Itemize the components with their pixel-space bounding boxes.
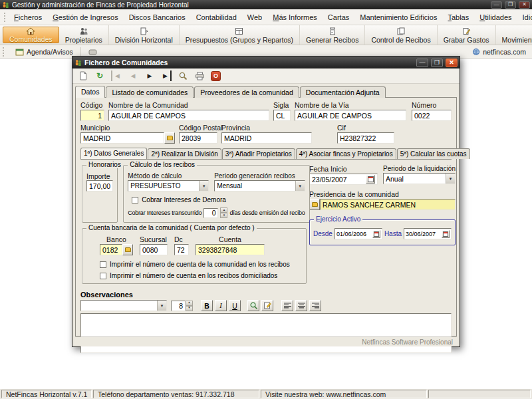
menu-gestion-ingresos[interactable]: Gestión de Ingresos [48, 12, 122, 23]
search-button[interactable] [178, 70, 188, 81]
minimize-button[interactable]: — [491, 1, 502, 9]
close-button[interactable]: ✕ [519, 1, 530, 9]
font-size-field[interactable]: 8 [171, 301, 186, 311]
spin-down-icon[interactable]: ▼ [220, 213, 227, 218]
chevron-down-icon[interactable]: ▼ [446, 174, 455, 184]
netfincas-web-button[interactable]: netfincas.com [469, 47, 529, 57]
presidencia-lookup-button[interactable] [309, 199, 320, 210]
municipio-field[interactable]: MADRID [80, 132, 164, 144]
toolbar-button-division-horizontal[interactable]: División Horizontal [109, 25, 180, 45]
align-right-button[interactable] [309, 300, 321, 311]
banco-field[interactable]: 0182 [100, 244, 122, 255]
menu-utilidades[interactable]: Utilidades [475, 12, 516, 23]
dias-field[interactable]: 0 [203, 208, 218, 218]
print-button[interactable] [194, 70, 205, 81]
menu-contabilidad[interactable]: Contabilidad [192, 12, 241, 23]
dialog-close-button[interactable]: ✕ [446, 59, 458, 67]
subtab-anadir-propietarios[interactable]: 3ª) Añadir Propietarios [222, 148, 295, 159]
subtab-calcular-cuotas[interactable]: 5ª) Calcular las cuotas [397, 148, 470, 159]
spin-down-icon[interactable]: ▼ [186, 306, 193, 311]
codigo-postal-field[interactable]: 28039 [179, 132, 217, 144]
hasta-field[interactable]: 30/06/2007 [404, 228, 452, 239]
align-left-button[interactable] [281, 300, 293, 311]
hasta-calendar-button[interactable] [442, 230, 450, 238]
periodo-generacion-select[interactable]: Mensual ▼ [214, 180, 305, 192]
menu-web[interactable]: Web [243, 12, 267, 23]
provincia-field[interactable]: MADRID [221, 132, 312, 144]
fecha-inicio-field[interactable]: 23/05/2007 [309, 174, 378, 185]
previous-record-button[interactable]: ◀ [128, 70, 138, 81]
banco-lookup-button[interactable] [122, 244, 133, 255]
dialog-minimize-button[interactable]: — [416, 59, 428, 67]
highlight-button[interactable] [261, 300, 273, 311]
cobrar-intereses-checkbox[interactable] [132, 197, 138, 203]
toolbar-button-grabar-gastos[interactable]: Grabar Gastos [438, 25, 496, 45]
metodo-calculo-select[interactable]: PRESUPUESTO ▼ [128, 180, 209, 192]
desde-field[interactable]: 01/06/2006 [334, 228, 382, 239]
agenda-avisos-button[interactable]: Agenda/Avisos [12, 47, 76, 57]
next-record-button[interactable]: ▶ [144, 70, 155, 81]
cuenta-field[interactable]: 3293827848 [196, 244, 265, 255]
font-size-spinner[interactable]: ▲ ▼ [186, 301, 193, 311]
last-record-button[interactable]: ▶ [161, 70, 172, 81]
tab-datos[interactable]: Datos [75, 86, 105, 98]
toolbar-button-control-recibos[interactable]: Control de Recibos [365, 25, 437, 45]
toolbar-button-propietarios[interactable]: Propietarios [59, 25, 109, 45]
via-field[interactable]: AGUILAR DE CAMPOS [295, 110, 406, 121]
dc-field[interactable]: 72 [174, 244, 189, 255]
importe-field[interactable]: 170,00 [86, 180, 113, 192]
menu-discos-bancarios[interactable]: Discos Bancarios [124, 12, 190, 23]
font-color-button[interactable] [247, 300, 259, 311]
toolbar-button-movimientos-diario[interactable]: Movimientos del Diario [496, 25, 532, 45]
tab-proveedores[interactable]: Proveedores de la comunidad [194, 86, 299, 98]
nombre-comunidad-field[interactable]: AGUILAR DE CAMPOS [108, 110, 269, 121]
partial-button[interactable] [85, 48, 100, 56]
tab-listado-comunidades[interactable]: Listado de comunidades [106, 86, 194, 98]
subtab-realizar-division[interactable]: 2ª) Realizar la División [148, 148, 221, 159]
sucursal-field[interactable]: 0080 [140, 244, 168, 255]
align-center-button[interactable] [295, 300, 307, 311]
menu-cartas[interactable]: Cartas [323, 12, 354, 23]
chevron-down-icon[interactable]: ▼ [157, 301, 166, 311]
presidencia-field[interactable]: RAMOS SANCHEZ CARMEN [320, 199, 456, 210]
fecha-inicio-calendar-button[interactable] [366, 175, 375, 184]
desde-calendar-button[interactable] [372, 230, 380, 238]
bold-button[interactable]: B [201, 300, 213, 311]
codigo-field[interactable]: 1 [80, 110, 104, 121]
subtab-datos-generales[interactable]: 1ª) Datos Generales [80, 148, 147, 159]
imprimir-cuenta-domiciliados-checkbox[interactable] [100, 273, 106, 279]
menu-tablas[interactable]: Tablas [443, 12, 473, 23]
font-family-select[interactable]: ▼ [80, 300, 167, 311]
numero-field[interactable]: 0022 [412, 110, 452, 121]
dialog-maximize-button[interactable]: ❐ [431, 59, 443, 67]
cif-field[interactable]: H23827322 [337, 132, 394, 144]
menu-ficheros[interactable]: Ficheros [9, 12, 47, 23]
first-record-button[interactable]: ◀ [111, 70, 122, 81]
dialog-titlebar[interactable]: Fichero de Comunidades — ❐ ✕ [72, 57, 460, 68]
menu-mantenimiento-edificios[interactable]: Mantenimiento Edificios [355, 12, 442, 23]
chevron-down-icon[interactable]: ▼ [199, 181, 208, 191]
exit-button[interactable]: O [211, 71, 221, 81]
menu-mas-informes[interactable]: Más Informes [268, 12, 322, 23]
municipio-lookup-button[interactable] [164, 132, 175, 144]
toolbar-button-comunidades[interactable]: Comunidades [3, 27, 59, 43]
observaciones-textarea[interactable] [80, 313, 452, 353]
spin-up-icon[interactable]: ▲ [220, 207, 227, 213]
restore-button[interactable]: ❐ [505, 1, 516, 9]
status-phone: Teléfono departamento ventas: 917.332.71… [93, 390, 259, 398]
subtab-asociar-fincas[interactable]: 4ª) Asociar fincas y Propietarios [296, 148, 396, 159]
chevron-down-icon[interactable]: ▼ [295, 181, 305, 191]
toolbar-button-generar-recibos[interactable]: Generar Recibos [300, 25, 365, 45]
dias-spinner[interactable]: ▲ ▼ [220, 207, 227, 218]
toolbar-button-presupuestos[interactable]: Presupuestos (Grupos y Repartos) [180, 25, 300, 45]
status-web[interactable]: Visite nuestra web: www.netfincas.com [261, 390, 427, 398]
refresh-button[interactable]: ↻ [94, 70, 105, 81]
imprimir-cuenta-comunidad-checkbox[interactable] [100, 261, 106, 268]
spin-up-icon[interactable]: ▲ [186, 301, 193, 306]
periodo-liquidacion-select[interactable]: Anual ▼ [383, 173, 456, 184]
tab-documentacion[interactable]: Documentación Adjunta [300, 86, 386, 98]
new-record-button[interactable] [78, 70, 88, 81]
sigla-field[interactable]: CL [273, 110, 291, 121]
underline-button[interactable]: U [229, 300, 241, 311]
italic-button[interactable]: I [215, 300, 227, 311]
